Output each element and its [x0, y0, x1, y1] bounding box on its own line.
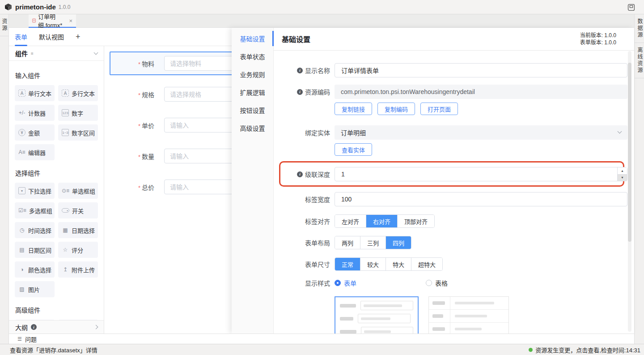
list-icon: ☰	[17, 336, 22, 342]
problems-bar[interactable]: ☰ 问题	[9, 334, 634, 344]
switch-icon: ●	[62, 208, 69, 213]
save-icon[interactable]	[627, 4, 635, 11]
spinner-down-icon[interactable]: ▼	[618, 174, 627, 181]
nav-button-settings[interactable]: 按钮设置	[232, 101, 273, 119]
cascade-depth-input[interactable]	[335, 167, 627, 181]
row-resource-code-actions: 复制链接 复制编码 打开页面	[282, 103, 634, 115]
size-xlarge-option[interactable]: 特大	[386, 258, 411, 270]
scrollbar-thumb[interactable]	[628, 63, 631, 242]
chevron-right-icon[interactable]	[94, 325, 98, 329]
text-single-icon: A	[18, 90, 25, 97]
counter-icon: +/-	[18, 109, 25, 116]
required-mark: *	[138, 184, 140, 191]
select-icon: ▾	[18, 187, 25, 194]
nav-extension-logic[interactable]: 扩展逻辑	[232, 83, 273, 101]
component-date-range[interactable]: ▤日期区间	[15, 242, 55, 258]
spinner-up-icon[interactable]: ▲	[618, 167, 627, 174]
component-counter[interactable]: +/-计数器	[15, 105, 55, 121]
size-large-option[interactable]: 较大	[360, 258, 386, 270]
size-xxlarge-option[interactable]: 超特大	[411, 258, 442, 270]
style-table-radio[interactable]: 表格	[426, 278, 448, 287]
component-text-multi[interactable]: A多行文本	[58, 85, 98, 101]
component-date-picker[interactable]: ▦日期选择	[58, 222, 98, 238]
row-style-previews: 查看Api	[282, 295, 634, 334]
two-column-option[interactable]: 两列	[335, 236, 360, 249]
row-resource-code: i资源编码 com.primeton.ton.psi.tonWarehousin…	[282, 85, 634, 99]
component-number[interactable]: 123数字	[58, 105, 98, 121]
status-right-text[interactable]: 资源发生变更，点击查看,检查时间:14:31	[535, 346, 640, 354]
field-label: 总价	[142, 184, 154, 191]
four-column-option[interactable]: 四列	[386, 236, 411, 249]
copy-code-button[interactable]: 复制编码	[377, 103, 415, 115]
style-form-radio[interactable]: 表单	[335, 278, 426, 287]
tab-form[interactable]: 表单	[15, 28, 27, 46]
component-panel-header[interactable]: 组件 ≡	[9, 46, 104, 61]
section-advanced-components: 高级组件	[15, 305, 98, 314]
nav-advanced-settings[interactable]: 高级设置	[232, 119, 273, 137]
component-label: 多选框组	[29, 206, 52, 215]
date-range-icon: ▤	[18, 246, 25, 253]
component-rating[interactable]: ☆评分	[58, 242, 98, 258]
component-number-range[interactable]: 1~3数字区间	[58, 124, 98, 141]
tab-close-icon[interactable]: ×	[69, 17, 72, 24]
copy-link-button[interactable]: 复制链接	[335, 103, 372, 115]
three-column-option[interactable]: 三列	[360, 236, 386, 249]
bound-entity-label: 绑定实体	[305, 128, 330, 137]
row-display-name: i显示名称	[282, 63, 634, 77]
bound-entity-select[interactable]: 订单明细	[335, 125, 627, 140]
row-bound-entity: 绑定实体 订单明细	[282, 125, 634, 140]
align-right-option[interactable]: 右对齐	[366, 215, 398, 227]
component-label: 日期区间	[28, 246, 51, 254]
nav-business-rules[interactable]: 业务规则	[232, 65, 273, 83]
settings-scrollbar[interactable]	[628, 51, 631, 332]
sidebar-item-resources[interactable]: 资源	[0, 14, 8, 36]
number-icon: 123	[62, 109, 69, 116]
section-input-components: 输入组件	[15, 71, 98, 80]
component-editor[interactable]: A≡编辑器	[15, 144, 55, 160]
label-width-input[interactable]	[335, 192, 627, 206]
size-normal-option[interactable]: 正常	[335, 258, 360, 270]
radio-group-icon: ⊙≡	[62, 187, 69, 194]
required-mark: *	[138, 61, 140, 68]
required-mark: *	[138, 123, 140, 129]
required-mark: *	[138, 154, 140, 160]
component-upload[interactable]: ↥附件上传	[58, 261, 98, 278]
component-label: 多行文本	[72, 89, 95, 98]
view-entity-button[interactable]: 查看实体	[335, 143, 372, 156]
component-checkbox-group[interactable]: ☑≡多选框组	[15, 202, 55, 218]
tab-default-view[interactable]: 默认视图	[39, 28, 64, 46]
align-left-option[interactable]: 左对齐	[335, 215, 366, 227]
display-style-label: 显示样式	[305, 278, 330, 287]
component-color-picker[interactable]: ◑颜色选择	[15, 261, 55, 278]
component-panel: 组件 ≡ 输入组件 A单行文本 A多行文本 +/-计数器 123数字 ¥金额 1…	[9, 46, 104, 334]
component-select[interactable]: ▾下拉选择	[15, 183, 55, 199]
component-list: 输入组件 A单行文本 A多行文本 +/-计数器 123数字 ¥金额 1~3数字区…	[9, 61, 104, 334]
component-amount[interactable]: ¥金额	[15, 124, 55, 141]
component-text-single[interactable]: A单行文本	[15, 85, 55, 101]
sidebar-item-offline-resources[interactable]: 离线资源	[635, 43, 644, 78]
tab-title: 订单明细.formx*	[38, 12, 66, 29]
display-name-input[interactable]	[335, 63, 627, 77]
sidebar-item-data-source[interactable]: 数据源	[635, 14, 644, 43]
component-switch[interactable]: ●开关	[58, 202, 98, 218]
nav-basic-settings[interactable]: 基础设置	[232, 30, 273, 47]
add-view-button[interactable]: +	[76, 28, 80, 46]
tab-order-detail-formx[interactable]: 订单明细.formx* ×	[29, 14, 76, 28]
component-panel-title: 组件	[15, 49, 28, 58]
app-name: primeton-ide	[15, 3, 56, 11]
component-radio-group[interactable]: ⊙≡单选框组	[58, 183, 98, 199]
amount-icon: ¥	[18, 129, 25, 136]
component-time-picker[interactable]: ◷时间选择	[15, 222, 55, 238]
table-style-preview[interactable]: 查看Api	[428, 296, 509, 334]
outline-bar[interactable]: 大纲 i	[9, 320, 104, 334]
align-top-option[interactable]: 顶部对齐	[398, 215, 434, 227]
time-picker-icon: ◷	[18, 227, 25, 234]
row-label-width: 标签宽度	[282, 192, 634, 206]
open-page-button[interactable]: 打开页面	[420, 103, 458, 115]
status-left-text[interactable]: 查看资源「进销存.datasetx」详情	[10, 346, 97, 354]
nav-form-state[interactable]: 表单状态	[232, 47, 273, 65]
component-label: 颜色选择	[28, 265, 51, 274]
form-style-preview[interactable]	[335, 296, 419, 334]
chevron-down-icon[interactable]	[94, 51, 98, 55]
component-image[interactable]: ▨图片	[15, 281, 55, 297]
